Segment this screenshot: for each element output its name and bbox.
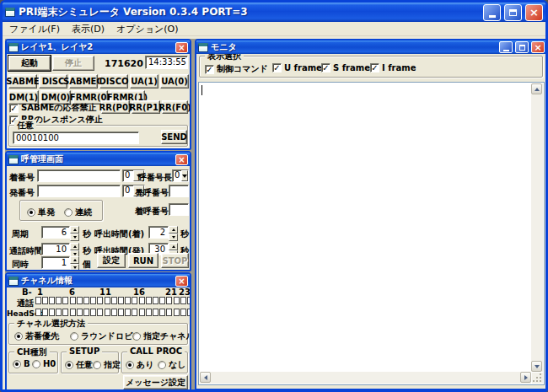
- channel-indicator: [180, 297, 186, 304]
- menu-options[interactable]: オプション(O): [112, 22, 183, 36]
- main-window: PRI端末シミュレータ Version 0.3.4 PORT=3 × ファイル(…: [0, 0, 548, 392]
- call-close-button[interactable]: ×: [175, 154, 188, 165]
- control-command-checkbox[interactable]: ✓ 制御コマンド: [205, 63, 268, 75]
- layer-close-button[interactable]: ×: [175, 42, 188, 53]
- horizontal-scrollbar[interactable]: [200, 372, 531, 384]
- call-proc-yes-radio[interactable]: あり: [126, 359, 153, 371]
- calling-number-input[interactable]: [37, 185, 121, 197]
- menu-view[interactable]: 表示(D): [67, 22, 109, 36]
- called-call-number-input[interactable]: [169, 203, 189, 216]
- u-frame-checkbox[interactable]: ✓ U frame: [272, 63, 322, 72]
- monitor-close-button[interactable]: ×: [531, 41, 545, 53]
- talk-time-input[interactable]: 10: [41, 243, 70, 255]
- menu-file[interactable]: ファイル(F): [5, 22, 64, 36]
- scroll-down-button[interactable]: [531, 361, 542, 372]
- spin-up-button[interactable]: [70, 243, 79, 250]
- cycle-spinner[interactable]: [70, 226, 79, 239]
- scroll-right-button[interactable]: [520, 372, 531, 383]
- setup-specified-radio[interactable]: 指定: [93, 359, 121, 371]
- disc0-button[interactable]: DISCO: [99, 74, 128, 89]
- maximize-button[interactable]: [504, 4, 522, 21]
- arbitrary-input[interactable]: 00010100: [13, 132, 139, 144]
- chevron-down-icon: [182, 175, 187, 180]
- close-button[interactable]: ×: [525, 4, 543, 21]
- radio-icon: [132, 332, 141, 341]
- layer-window-titlebar[interactable]: レイヤ1、レイヤ2 ×: [7, 40, 190, 54]
- stop-button[interactable]: 停止: [52, 56, 94, 71]
- combo-dropdown-button[interactable]: [181, 170, 188, 181]
- radio-icon: [158, 361, 166, 369]
- close-icon: ×: [529, 7, 539, 18]
- calling-call-number-input[interactable]: [169, 185, 189, 197]
- chevron-right-icon: [524, 375, 530, 380]
- talk-time-spinner[interactable]: [70, 243, 79, 255]
- called-call-number-label: 着呼番号: [135, 206, 169, 217]
- rr-f0-button[interactable]: RR(F0): [162, 100, 188, 114]
- stop-run-button[interactable]: STOP: [161, 253, 189, 268]
- start-button[interactable]: 起動: [8, 56, 51, 71]
- sabme-button[interactable]: SABME: [8, 74, 37, 89]
- spin-down-button[interactable]: [70, 234, 79, 241]
- scroll-left-button[interactable]: [200, 372, 211, 383]
- channel-indicator: [42, 297, 48, 304]
- cycle-input[interactable]: 6: [41, 226, 70, 239]
- channel-indicator: [35, 297, 41, 304]
- send-button[interactable]: SEND: [161, 130, 187, 144]
- call-window-titlebar[interactable]: 呼管理画面 ×: [7, 153, 190, 166]
- menubar: ファイル(F) 表示(D) オプション(O): [3, 22, 545, 36]
- rr-p1-button[interactable]: RR(P1): [132, 100, 160, 114]
- call-number-length-combo[interactable]: 0: [172, 169, 189, 182]
- run-button[interactable]: RUN: [128, 253, 158, 268]
- main-titlebar[interactable]: PRI端末シミュレータ Version 0.3.4 PORT=3 ×: [3, 3, 545, 22]
- ring-called-spinner[interactable]: [169, 226, 178, 239]
- ch-type-b-radio[interactable]: B: [13, 359, 30, 368]
- ua1-button[interactable]: UA(1): [130, 74, 158, 89]
- round-robin-radio[interactable]: ラウンドロビン: [70, 330, 142, 342]
- scroll-up-button[interactable]: [531, 83, 542, 94]
- single-call-radio[interactable]: 単発: [27, 207, 55, 218]
- spin-up-button[interactable]: [70, 256, 79, 264]
- ch-type-h0-radio[interactable]: H0: [32, 359, 56, 368]
- message-settings-button[interactable]: メッセージ設定: [123, 375, 188, 389]
- monitor-minimize-button[interactable]: [499, 41, 513, 53]
- specified-channel-radio[interactable]: 指定チャネル: [132, 330, 190, 342]
- channel-indicator: [132, 297, 137, 304]
- continuous-call-radio[interactable]: 連続: [64, 207, 92, 218]
- call-proc-no-radio[interactable]: なし: [158, 359, 185, 371]
- count-unit-label: 個: [83, 259, 91, 270]
- lowest-number-first-radio[interactable]: 若番優先: [14, 330, 59, 342]
- channel-indicator: [97, 309, 103, 316]
- chevron-left-icon: [201, 375, 207, 380]
- spin-up-button[interactable]: [169, 226, 178, 234]
- spin-up-button[interactable]: [169, 243, 178, 250]
- sabme0-button[interactable]: SABMEO: [69, 74, 98, 89]
- channel-window-body: B- 1 6 11 16 21 23 通話 HeadSet: [7, 287, 190, 389]
- monitor-log-area[interactable]: [198, 82, 545, 385]
- s-frame-checkbox[interactable]: ✓ S frame: [321, 63, 370, 72]
- sabme-response-block-checkbox[interactable]: ✓ SABMEの応答禁止: [9, 102, 97, 114]
- set-button[interactable]: 設定: [97, 253, 126, 268]
- spin-up-button[interactable]: [70, 226, 79, 234]
- channel-indicator: [146, 309, 152, 316]
- spin-down-button[interactable]: [169, 234, 178, 241]
- channel-close-button[interactable]: ×: [175, 276, 188, 287]
- i-frame-checkbox[interactable]: ✓ I frame: [370, 63, 416, 72]
- resize-grip[interactable]: [532, 373, 543, 384]
- monitor-window-titlebar[interactable]: モニタ ×: [196, 40, 546, 54]
- rr-p0-button[interactable]: RR(P0): [101, 100, 130, 114]
- simultaneous-input[interactable]: 1: [41, 256, 70, 269]
- monitor-maximize-button[interactable]: [515, 41, 529, 53]
- seconds-unit-label: 秒: [180, 228, 189, 240]
- minimize-button[interactable]: [483, 4, 501, 21]
- radio-label: 指定: [104, 359, 121, 371]
- ua0-button[interactable]: UA(0): [160, 74, 189, 89]
- headset-channel-indicators: [35, 309, 190, 316]
- radio-icon: [13, 360, 21, 368]
- spin-down-button[interactable]: [70, 264, 79, 270]
- vertical-scrollbar[interactable]: [531, 83, 543, 372]
- simultaneous-spinner[interactable]: [70, 256, 79, 269]
- channel-window-titlebar[interactable]: チャネル情報 ×: [7, 274, 190, 287]
- called-number-input[interactable]: [37, 169, 121, 182]
- ring-time-called-input[interactable]: 2: [148, 226, 169, 239]
- setup-any-radio[interactable]: 任意: [65, 359, 93, 371]
